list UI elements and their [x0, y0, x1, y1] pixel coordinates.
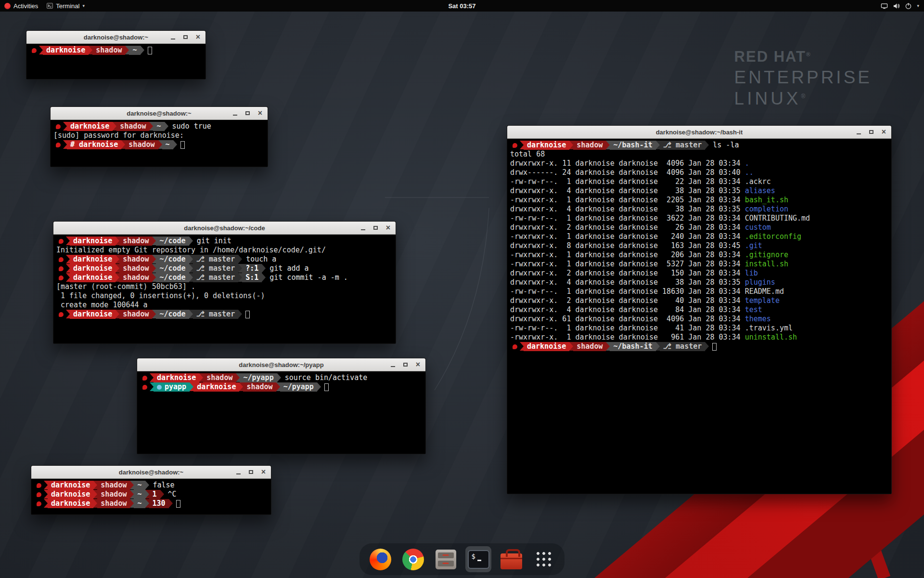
window-titlebar[interactable]: darknoise@shadow:~× [51, 107, 268, 120]
prompt-segment-state: ?:1 [242, 264, 262, 273]
caret-down-icon: ▾ [82, 3, 85, 8]
terminal-cursor [324, 383, 329, 391]
maximize-button[interactable] [244, 109, 252, 118]
ls-details: drwxrwxr-x. 4 darknoise darknoise 84 Jan… [510, 305, 745, 314]
close-button[interactable]: × [194, 33, 202, 41]
clock[interactable]: Sat 03:57 [448, 2, 475, 10]
powerline-arrow-icon [150, 373, 154, 382]
dock-apps[interactable] [531, 546, 557, 572]
powerline-arrow-icon [116, 264, 119, 273]
dock-terminal[interactable]: $ [465, 546, 491, 572]
maximize-button[interactable] [181, 33, 190, 41]
close-button[interactable]: × [256, 109, 264, 118]
ls-details: -rwxrwxr-x. 1 darknoise darknoise 5327 J… [510, 260, 745, 268]
terminal-content[interactable]: darknoiseshadow~/bash-it⎇ masterls -lato… [507, 139, 891, 494]
powerline-arrow-icon [93, 499, 97, 508]
terminal-line: darknoiseshadow~/code⎇ master?:1git add … [56, 264, 393, 273]
window-titlebar[interactable]: darknoise@shadow:~× [26, 31, 205, 44]
minimize-button[interactable] [169, 33, 177, 41]
powerline-arrow-icon [93, 481, 97, 489]
dock-toolbox[interactable] [498, 546, 524, 572]
prompt-segment-path: ~ [134, 499, 145, 508]
prompt-segment-host: shadow [573, 342, 606, 351]
show-applications-icon [535, 551, 552, 568]
dock-chrome[interactable] [400, 546, 426, 572]
ls-filename: test [745, 305, 762, 314]
prompt-segment-host: shadow [116, 122, 149, 131]
activities-button[interactable]: Activities [0, 0, 42, 12]
ls-filename: README.md [745, 287, 784, 296]
terminal-line: Initialized empty Git repository in /hom… [56, 246, 393, 255]
terminal-window[interactable]: darknoise@shadow:~×darknoiseshadow~ [26, 30, 206, 79]
maximize-button[interactable] [372, 224, 380, 232]
terminal-line: drwxrwxr-x. 2 darknoise darknoise 40 Jan… [510, 296, 888, 305]
terminal-content[interactable]: darknoiseshadow~/pyappsource bin/activat… [137, 371, 425, 454]
window-titlebar[interactable]: darknoise@shadow:~/code× [53, 222, 396, 235]
powerline-arrow-icon [39, 46, 43, 54]
app-menu-terminal[interactable]: Terminal ▾ [42, 0, 89, 12]
prompt-segment-user: darknoise [70, 255, 116, 264]
redhat-icon [59, 257, 64, 262]
terminal-window[interactable]: darknoise@shadow:~/code×darknoiseshadow~… [53, 221, 396, 344]
window-titlebar[interactable]: darknoise@shadow:~× [31, 466, 271, 479]
terminal-window[interactable]: darknoise@shadow:~/pyapp×darknoiseshadow… [137, 358, 426, 454]
powerline-arrow-icon [116, 273, 119, 282]
terminal-line: -rwxrwxr-x. 1 darknoise darknoise 240 Ja… [510, 232, 888, 241]
system-tray[interactable]: ▾ [878, 0, 922, 12]
minimize-button[interactable] [234, 468, 243, 476]
prompt-segment-user: darknoise [70, 264, 116, 273]
window-titlebar[interactable]: darknoise@shadow:~/pyapp× [137, 358, 425, 371]
minimize-button[interactable] [855, 128, 863, 136]
display-icon [881, 2, 888, 10]
terminal-line: darknoiseshadow~/code⎇ masterS:1git comm… [56, 273, 393, 282]
terminal-window[interactable]: darknoise@shadow:~/bash-it×darknoiseshad… [507, 125, 892, 494]
terminal-window[interactable]: darknoise@shadow:~×darknoiseshadow~false… [31, 465, 271, 515]
terminal-line: darknoiseshadow~/bash-it⎇ masterls -la [510, 141, 888, 150]
prompt-segment-user: darknoise [48, 481, 93, 490]
ls-details: -rwxrwxr-x. 1 darknoise darknoise 206 Ja… [510, 250, 745, 259]
powerline-arrow-icon [152, 236, 156, 245]
close-button[interactable]: × [384, 224, 392, 232]
powerline-arrow-icon [150, 382, 154, 391]
minimize-button[interactable] [389, 361, 397, 369]
close-button[interactable]: × [414, 361, 422, 369]
dock-files[interactable] [433, 546, 459, 572]
prompt-segment-host: shadow [573, 141, 606, 150]
powerline-arrow-icon [93, 490, 97, 499]
powerline-arrow-icon [189, 273, 193, 282]
ls-filename: .. [745, 168, 754, 177]
close-button[interactable]: × [259, 468, 268, 476]
terminal-line: darknoiseshadow~/bash-it⎇ master [510, 342, 888, 351]
ls-filename: .ackrc [745, 177, 771, 186]
minimize-icon [233, 115, 237, 116]
window-titlebar[interactable]: darknoise@shadow:~/bash-it× [507, 126, 891, 139]
maximize-button[interactable] [867, 128, 875, 136]
powerline-arrow-icon [317, 382, 321, 391]
minimize-button[interactable] [231, 109, 239, 118]
close-button[interactable]: × [880, 128, 888, 136]
terminal-content[interactable]: darknoiseshadow~/codegit initInitialized… [53, 235, 396, 343]
terminal-content[interactable]: darknoiseshadow~ [26, 44, 205, 79]
prompt-segment-path: ~/bash-it [610, 342, 655, 351]
prompt-segment-path: ~ [129, 46, 140, 55]
terminal-content[interactable]: darknoiseshadow~falsedarknoiseshadow~1^C… [31, 479, 271, 514]
terminal-content[interactable]: darknoiseshadow~sudo true[sudo] password… [51, 120, 268, 167]
powerline-arrow-icon [165, 122, 168, 131]
terminal-window[interactable]: darknoise@shadow:~×darknoiseshadow~sudo … [50, 106, 268, 167]
command-text: source bin/activate [285, 373, 368, 382]
terminal-line: drwxrwxr-x. 61 darknoise darknoise 4096 … [510, 315, 888, 324]
prompt-segment-host: shadow [92, 46, 125, 55]
output-text: [sudo] password for darknoise: [53, 131, 184, 140]
minimize-button[interactable] [359, 224, 367, 232]
prompt-segment-user: darknoise [70, 236, 116, 246]
ls-filename: lib [745, 269, 758, 277]
terminal-line: -rwxrwxr-x. 1 darknoise darknoise 5327 J… [510, 260, 888, 269]
maximize-button[interactable] [247, 468, 255, 476]
window-controls: × [234, 466, 268, 478]
ls-filename: . [745, 159, 749, 168]
output-text: 1 file changed, 0 insertions(+), 0 delet… [56, 291, 265, 300]
powerline-arrow-icon [189, 255, 193, 263]
maximize-button[interactable] [401, 361, 410, 369]
dock-firefox[interactable] [367, 546, 393, 572]
prompt-segment-venv: pyapp [154, 382, 190, 392]
